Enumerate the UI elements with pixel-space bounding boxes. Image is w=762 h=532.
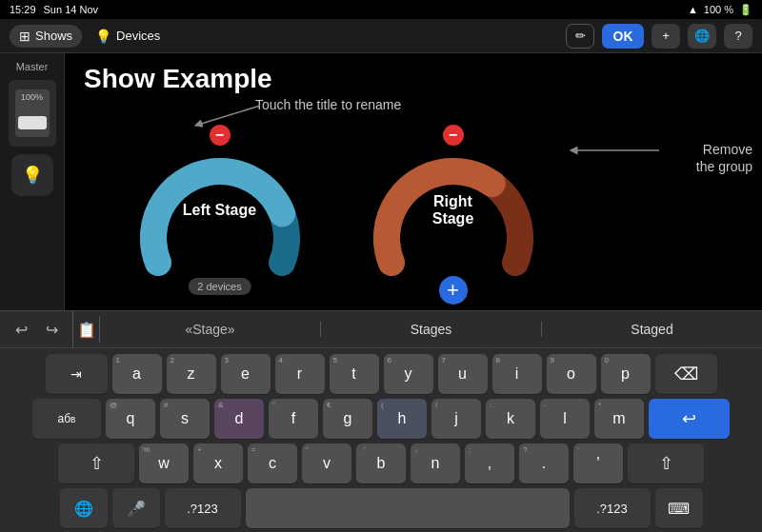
key-e[interactable]: 3e [221, 354, 271, 394]
main-area: Master 100% 💡 Show Example Touch the tit… [0, 53, 762, 310]
key-d[interactable]: &d [214, 399, 264, 439]
right-stage-group: − Right Stage + [365, 129, 541, 291]
key-enter[interactable]: ↩ [649, 399, 730, 439]
fader-thumb[interactable] [18, 116, 47, 129]
suggestion-3[interactable]: Staged [542, 322, 762, 337]
keyboard-row-2: абв @q #s &d "f €g (h !j :k -l *m ↩ [4, 399, 758, 439]
key-q[interactable]: @q [106, 399, 155, 439]
ok-label: OK [613, 29, 633, 44]
key-p[interactable]: 0p [601, 354, 651, 394]
keyboard-row-3: ⇧ %w +x =c "v 『b 』n ;, ?. '' ⇧ [4, 443, 758, 483]
key-hide[interactable]: ⌨ [655, 488, 703, 528]
devices-badge: 2 devices [188, 278, 251, 295]
key-apostrophe[interactable]: '' [573, 443, 623, 483]
suggestion-1-text: «Stage» [185, 322, 234, 337]
key-numpad-right[interactable]: .?123 [574, 488, 651, 528]
key-i[interactable]: 8i [492, 354, 542, 394]
fader-slider[interactable]: 100% [15, 89, 50, 137]
key-j[interactable]: !j [431, 399, 481, 439]
help-button[interactable]: ? [724, 24, 752, 49]
fader-value: 100% [21, 92, 43, 102]
keyboard-bottom-row: 🌐 🎤 .?123 .?123 ⌨ [4, 488, 758, 528]
key-z[interactable]: 2z [167, 354, 216, 394]
sidebar-icon-button[interactable]: 💡 [11, 154, 53, 196]
key-numpad-left[interactable]: .?123 [165, 488, 241, 528]
svg-line-0 [198, 106, 260, 125]
show-title[interactable]: Show Example [84, 63, 743, 95]
undo-button[interactable]: ↩ [8, 316, 34, 343]
add-stage-button[interactable]: + [439, 276, 468, 305]
stage-area: Show Example Touch the title to rename R… [65, 53, 762, 310]
shows-nav-pill[interactable]: ⊞ Shows [10, 25, 82, 48]
key-s[interactable]: #s [160, 399, 210, 439]
key-period[interactable]: ?. [519, 443, 569, 483]
suggestion-2[interactable]: Stages [321, 322, 542, 337]
clipboard-button[interactable]: 📋 [73, 316, 100, 343]
key-r[interactable]: 4r [275, 354, 325, 394]
lightbulb-icon: 💡 [95, 29, 111, 44]
globe-icon: 🌐 [694, 29, 710, 43]
key-l[interactable]: -l [540, 399, 590, 439]
battery-label: 100 % [704, 4, 733, 15]
status-right: ▲ 100 % 🔋 [688, 4, 752, 16]
left-stage-group: − Left Stage 2 devices [131, 129, 308, 291]
ok-button[interactable]: OK [602, 24, 644, 49]
key-a[interactable]: 1a [112, 354, 162, 394]
grid-icon: ⊞ [19, 29, 30, 44]
undo-redo-area: ↩ ↪ [0, 311, 73, 347]
key-c[interactable]: =c [248, 443, 297, 483]
key-w[interactable]: %w [139, 443, 189, 483]
key-g[interactable]: €g [323, 399, 372, 439]
suggestion-1[interactable]: «Stage» [100, 322, 321, 337]
key-t[interactable]: 5t [330, 354, 379, 394]
key-globe[interactable]: 🌐 [60, 488, 108, 528]
rename-arrow [189, 101, 265, 129]
plus-icon: + [662, 29, 670, 43]
key-v[interactable]: "v [302, 443, 351, 483]
keyboard: ⇥ 1a 2z 3e 4r 5t 6y 7u 8i 9o 0p ⌫ абв @q… [0, 348, 762, 532]
master-fader[interactable]: 100% [9, 80, 56, 147]
key-m[interactable]: *m [594, 399, 644, 439]
edit-button[interactable]: ✏ [566, 24, 594, 49]
key-x[interactable]: +x [193, 443, 243, 483]
right-stage-ring: Right Stage [372, 129, 534, 291]
groups-container: − Left Stage 2 devices − [131, 129, 762, 291]
key-h[interactable]: (h [377, 399, 427, 439]
sidebar-icon: 💡 [22, 165, 43, 186]
key-b[interactable]: 『b [356, 443, 406, 483]
status-bar: 15:29 Sun 14 Nov ▲ 100 % 🔋 [0, 0, 762, 19]
help-icon: ? [734, 29, 741, 43]
master-label: Master [16, 61, 49, 72]
globe-button[interactable]: 🌐 [688, 24, 716, 49]
keyboard-row-1: ⇥ 1a 2z 3e 4r 5t 6y 7u 8i 9o 0p ⌫ [4, 354, 758, 394]
shows-label: Shows [35, 29, 72, 43]
sidebar: Master 100% 💡 [0, 53, 65, 310]
key-tab[interactable]: ⇥ [46, 354, 108, 394]
battery-icon: 🔋 [739, 4, 752, 16]
key-n[interactable]: 』n [411, 443, 460, 483]
key-o[interactable]: 9o [547, 354, 596, 394]
key-y[interactable]: 6y [384, 354, 433, 394]
nav-right: ✏ OK + 🌐 ? [566, 24, 752, 49]
key-shift-left[interactable]: ⇧ [58, 443, 134, 483]
suggestion-3-text: Staged [631, 322, 672, 337]
key-backspace[interactable]: ⌫ [655, 354, 717, 394]
key-mic[interactable]: 🎤 [112, 488, 160, 528]
key-f[interactable]: "f [269, 399, 318, 439]
key-comma[interactable]: ;, [465, 443, 514, 483]
add-button[interactable]: + [652, 24, 680, 49]
key-shift-right[interactable]: ⇧ [628, 443, 704, 483]
suggestion-2-text: Stages [411, 322, 452, 337]
left-stage-ring: Left Stage [139, 129, 301, 291]
key-caps[interactable]: абв [32, 399, 101, 439]
devices-nav-pill[interactable]: 💡 Devices [86, 25, 170, 48]
status-date: Sun 14 Nov [44, 4, 98, 15]
suggestions-area: «Stage» Stages Staged [100, 322, 762, 337]
nav-bar: ⊞ Shows 💡 Devices ✏ OK + 🌐 ? [0, 19, 762, 53]
key-u[interactable]: 7u [438, 354, 488, 394]
key-k[interactable]: :k [486, 399, 535, 439]
redo-button[interactable]: ↪ [38, 316, 65, 343]
tab-icon: ⇥ [70, 366, 82, 382]
key-space[interactable] [246, 488, 570, 528]
nav-left: ⊞ Shows 💡 Devices [10, 25, 170, 48]
